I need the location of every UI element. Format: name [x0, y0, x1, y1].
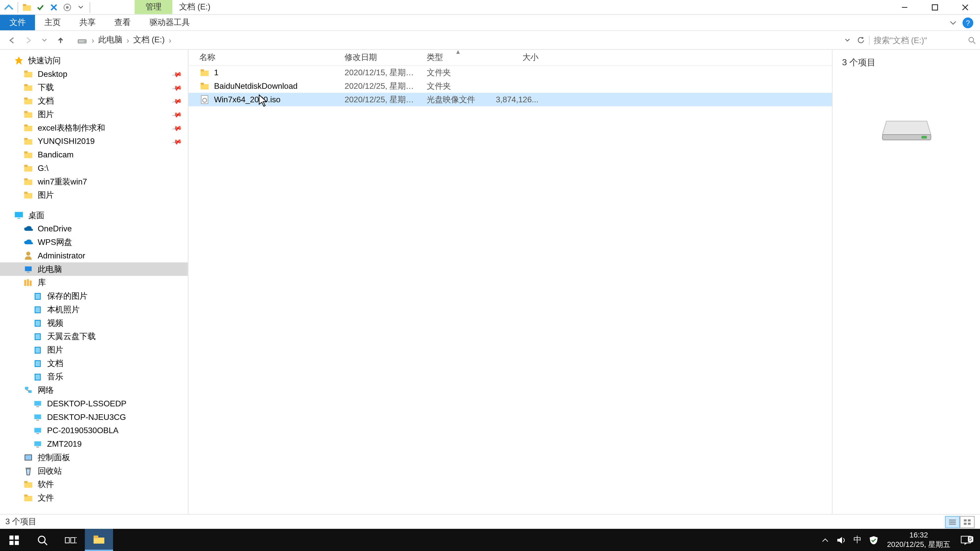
tree-quick-item[interactable]: excel表格制作求和📌	[0, 121, 188, 135]
volume-icon[interactable]	[833, 536, 850, 544]
tree-desktop-item[interactable]: 此电脑	[0, 262, 188, 276]
folder-icon	[23, 190, 34, 200]
svg-rect-30	[24, 192, 27, 194]
chevron-right-icon[interactable]: ›	[127, 35, 129, 44]
minimize-button[interactable]	[889, 0, 920, 14]
address-dropdown-icon[interactable]	[842, 35, 853, 45]
chevron-right-icon[interactable]: ›	[92, 35, 94, 44]
help-button[interactable]: ?	[963, 17, 973, 28]
tree-library-item[interactable]: 音乐	[0, 370, 188, 384]
tree-quick-item[interactable]: Desktop📌	[0, 67, 188, 81]
qat-dropdown-icon[interactable]	[75, 1, 87, 13]
tree-library[interactable]: 库	[0, 276, 188, 289]
control-panel-icon	[23, 453, 34, 462]
task-view-button[interactable]	[57, 529, 85, 551]
svg-rect-64	[200, 69, 204, 71]
ribbon-tab-share[interactable]: 共享	[70, 15, 105, 30]
file-row[interactable]: 12020/12/15, 星期二 1...文件夹	[188, 66, 832, 79]
tree-network-item[interactable]: DESKTOP-NJEU3CG	[0, 410, 188, 424]
tree-quick-item[interactable]: 图片📌	[0, 108, 188, 121]
file-list[interactable]: ▲ 名称 修改日期 类型 大小 12020/12/15, 星期二 1...文件夹…	[188, 50, 832, 514]
tree-library-item[interactable]: 保存的图片	[0, 289, 188, 303]
tree-desktop[interactable]: 桌面	[0, 209, 188, 222]
tree-quick-item[interactable]: win7重装win7	[0, 175, 188, 189]
svg-rect-22	[24, 138, 27, 140]
tree-software[interactable]: 软件	[0, 478, 188, 491]
tree-quick-access[interactable]: 快速访问	[0, 54, 188, 67]
tree-library-item[interactable]: 本机照片	[0, 303, 188, 316]
search-box[interactable]	[869, 35, 980, 44]
tree-library-item[interactable]: 文档	[0, 357, 188, 370]
svg-rect-13	[24, 86, 32, 91]
clock[interactable]: 16:32 2020/12/25, 星期五	[882, 531, 956, 549]
up-button[interactable]	[55, 35, 66, 45]
maximize-button[interactable]	[920, 0, 950, 14]
breadcrumb[interactable]: 文档 (E:)	[133, 35, 165, 46]
svg-rect-42	[35, 333, 40, 340]
start-button[interactable]	[0, 529, 28, 551]
recent-dropdown[interactable]	[39, 35, 50, 45]
tree-recycle-bin[interactable]: 回收站	[0, 464, 188, 478]
tree-quick-item[interactable]: 下载📌	[0, 81, 188, 94]
ribbon-tab-view[interactable]: 查看	[105, 15, 140, 30]
tree-quick-item[interactable]: Bandicam	[0, 148, 188, 162]
search-taskbar-button[interactable]	[28, 529, 57, 551]
tree-library-item[interactable]: 图片	[0, 343, 188, 357]
tree-quick-item[interactable]: G:\	[0, 162, 188, 175]
tree-desktop-item[interactable]: Administrator	[0, 249, 188, 262]
file-row[interactable]: BaiduNetdiskDownload2020/12/25, 星期五 1...…	[188, 79, 832, 93]
tree-quick-item[interactable]: 文档📌	[0, 94, 188, 108]
tree-network[interactable]: 网络	[0, 383, 188, 397]
column-date[interactable]: 修改日期	[339, 52, 422, 63]
tree-control-panel[interactable]: 控制面板	[0, 451, 188, 464]
folder-icon	[199, 81, 210, 91]
address-bar[interactable]: › 此电脑 › 文档 (E:) ›	[73, 35, 842, 46]
action-center-button[interactable]: 5	[956, 535, 976, 545]
tree-quick-item[interactable]: YUNQISHI2019📌	[0, 135, 188, 148]
chevron-right-icon[interactable]: ›	[169, 35, 172, 44]
ime-indicator[interactable]: 中	[850, 534, 865, 546]
tree-quick-item[interactable]: 图片	[0, 188, 188, 202]
ribbon-tab-file[interactable]: 文件	[0, 15, 35, 30]
qat-folder-icon[interactable]	[21, 1, 33, 13]
tree-network-item[interactable]: ZMT2019	[0, 437, 188, 451]
column-size[interactable]: 大小	[490, 52, 544, 63]
pin-icon: 📌	[172, 122, 183, 133]
tree-library-item[interactable]: 天翼云盘下载	[0, 330, 188, 343]
qat-close-icon[interactable]	[48, 1, 60, 13]
navigation-pane[interactable]: 快速访问 Desktop📌下载📌文档📌图片📌excel表格制作求和📌YUNQIS…	[0, 50, 188, 514]
item-icon	[23, 224, 34, 233]
ribbon-tab-drive-tools[interactable]: 驱动器工具	[140, 15, 199, 30]
search-input[interactable]	[873, 35, 961, 44]
tree-desktop-item[interactable]: WPS网盘	[0, 235, 188, 249]
tree-network-item[interactable]: DESKTOP-LSSOEDP	[0, 397, 188, 410]
ribbon-tab-home[interactable]: 主页	[35, 15, 70, 30]
qat-check-icon[interactable]	[35, 1, 46, 13]
ribbon-expand-icon[interactable]	[948, 17, 958, 28]
forward-button[interactable]	[23, 35, 34, 45]
ribbon-context-tab[interactable]: 管理	[135, 0, 172, 14]
tray-chevron-up-icon[interactable]	[817, 537, 833, 543]
tree-library-item[interactable]: 视频	[0, 316, 188, 330]
security-icon[interactable]	[865, 535, 881, 545]
tree-desktop-item[interactable]: OneDrive	[0, 222, 188, 235]
breadcrumb[interactable]: 此电脑	[98, 35, 123, 46]
close-button[interactable]	[950, 0, 980, 14]
search-icon[interactable]	[968, 36, 976, 44]
tree-files[interactable]: 文件	[0, 491, 188, 505]
tree-network-item[interactable]: PC-20190530OBLA	[0, 424, 188, 437]
svg-rect-38	[30, 281, 32, 286]
qat-settings-icon[interactable]	[61, 1, 73, 13]
svg-rect-63	[200, 71, 209, 76]
back-button[interactable]	[6, 35, 18, 45]
taskbar-explorer[interactable]	[85, 529, 113, 551]
column-name[interactable]: 名称	[188, 52, 339, 63]
file-row[interactable]: Win7x64_2020.iso2020/12/25, 星期五 1...光盘映像…	[188, 93, 832, 106]
qat-app-icon[interactable]	[3, 1, 15, 13]
svg-marker-10	[15, 57, 23, 65]
view-icons-button[interactable]	[960, 516, 975, 528]
view-details-button[interactable]	[945, 516, 960, 528]
refresh-button[interactable]	[856, 35, 866, 45]
svg-rect-52	[36, 420, 39, 421]
svg-rect-57	[25, 455, 32, 460]
